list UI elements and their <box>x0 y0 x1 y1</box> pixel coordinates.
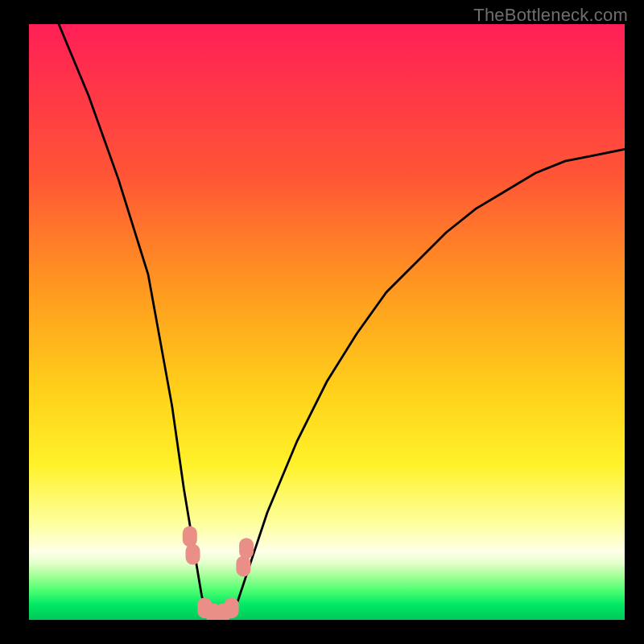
curve-marker <box>239 538 254 559</box>
chart-frame <box>29 24 625 620</box>
curve-marker <box>225 597 239 618</box>
watermark-text: TheBottleneck.com <box>473 5 628 26</box>
gradient-background <box>29 24 625 620</box>
curve-marker <box>236 555 250 576</box>
bottleneck-chart <box>29 24 625 620</box>
curve-marker <box>186 544 200 565</box>
curve-marker <box>183 526 197 547</box>
